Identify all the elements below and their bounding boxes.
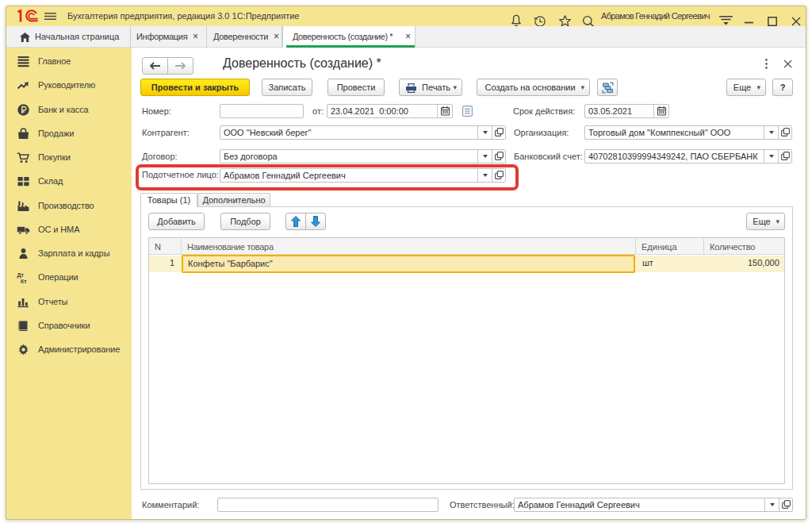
svg-text:Дт: Дт [17,272,25,279]
svg-text:Кт: Кт [21,279,27,284]
